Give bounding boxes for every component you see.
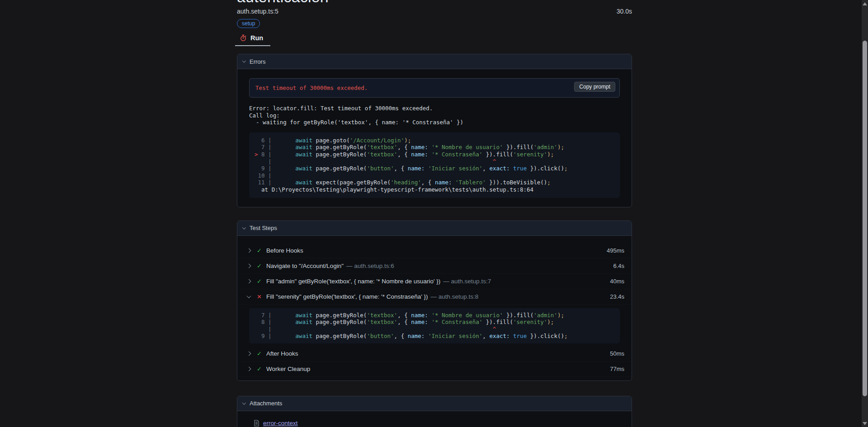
chevron-right-icon <box>247 279 251 283</box>
step-duration: 50ms <box>610 350 624 357</box>
test-step-row[interactable]: ✓Navigate to "/Account/Login"— auth.setu… <box>237 258 632 274</box>
test-steps-section-header[interactable]: Test Steps <box>237 221 632 236</box>
chevron-down-icon <box>242 225 246 229</box>
chevron-right-icon <box>247 263 251 268</box>
error-message: Test timeout of 30000ms exceeded. <box>250 84 368 91</box>
project-badge[interactable]: setup <box>237 19 260 28</box>
stopwatch-icon <box>240 34 247 42</box>
test-duration: 30.0s <box>617 8 632 15</box>
attachment-link-error-context[interactable]: error-context <box>263 420 298 427</box>
chevron-right-icon <box>247 351 251 356</box>
check-icon: ✓ <box>256 247 263 254</box>
test-file-location: auth.setup.ts:5 <box>237 8 278 15</box>
step-label: Worker Cleanup <box>266 366 310 372</box>
attachments-list: error-context <box>237 411 632 427</box>
errors-section: Errors Test timeout of 30000ms exceeded.… <box>237 54 632 207</box>
test-steps-list: ✓Before Hooks495ms✓Navigate to "/Account… <box>237 236 632 380</box>
report-page: autenticación auth.setup.ts:5 30.0s setu… <box>0 0 868 427</box>
errors-section-header[interactable]: Errors <box>237 54 632 69</box>
scrollbar-down-arrow-icon[interactable] <box>863 422 867 425</box>
tab-run[interactable]: Run <box>235 33 270 46</box>
check-icon: ✓ <box>256 350 263 357</box>
step-duration: 77ms <box>610 366 624 372</box>
step-duration: 23.4s <box>610 293 624 300</box>
step-label: After Hooks <box>266 350 298 357</box>
error-call-log: Error: locator.fill: Test timeout of 300… <box>249 105 620 126</box>
check-icon: ✓ <box>256 263 263 269</box>
test-step-row[interactable]: ✓After Hooks50ms <box>237 346 632 361</box>
chevron-right-icon <box>247 248 251 253</box>
tab-bar: Run <box>237 33 632 46</box>
attachment-row: error-context <box>237 418 632 427</box>
test-step-row[interactable]: ✓Fill "admin" getByRole('textbox', { nam… <box>237 274 632 289</box>
attachments-section-title: Attachments <box>250 400 282 407</box>
test-report-content: autenticación auth.setup.ts:5 30.0s setu… <box>237 0 632 427</box>
errors-section-body: Test timeout of 30000ms exceeded. Copy p… <box>237 69 632 207</box>
error-code-snippet: 6 | await page.goto('/Account/Login'); 7… <box>249 132 620 198</box>
step-location: — auth.setup.ts:8 <box>431 293 479 300</box>
cross-icon: × <box>256 294 263 300</box>
attachments-section-header[interactable]: Attachments <box>237 396 632 411</box>
test-meta-row: auth.setup.ts:5 30.0s <box>237 8 632 15</box>
step-duration: 6.4s <box>613 263 624 269</box>
document-icon <box>254 420 259 427</box>
tab-run-label: Run <box>250 34 263 42</box>
chevron-down-icon <box>247 294 251 298</box>
test-step-row[interactable]: ✓Worker Cleanup77ms <box>237 361 632 377</box>
scrollbar-up-arrow-icon[interactable] <box>863 2 867 5</box>
test-step-row[interactable]: ✓Before Hooks495ms <box>237 243 632 258</box>
vertical-scrollbar[interactable] <box>862 0 868 427</box>
test-steps-section: Test Steps ✓Before Hooks495ms✓Navigate t… <box>237 221 632 381</box>
step-duration: 40ms <box>610 278 624 285</box>
step-code-snippet: 7 | await page.getByRole('textbox', { na… <box>249 308 620 343</box>
chevron-right-icon <box>247 366 251 371</box>
check-icon: ✓ <box>256 366 263 372</box>
step-location: — auth.setup.ts:7 <box>443 278 491 285</box>
step-location: — auth.setup.ts:6 <box>346 263 394 269</box>
step-duration: 495ms <box>607 247 624 254</box>
test-step-row[interactable]: ×Fill "serenity" getByRole('textbox', { … <box>237 289 632 305</box>
step-label: Before Hooks <box>266 247 303 254</box>
chevron-down-icon <box>242 401 246 404</box>
errors-section-title: Errors <box>250 58 265 65</box>
copy-prompt-button[interactable]: Copy prompt <box>574 82 615 92</box>
chevron-down-icon <box>242 59 246 62</box>
error-message-panel: Test timeout of 30000ms exceeded. Copy p… <box>249 78 620 98</box>
scrollbar-thumb[interactable] <box>863 41 867 396</box>
step-label: Fill "admin" getByRole('textbox', { name… <box>266 278 440 285</box>
page-title: autenticación <box>237 0 632 5</box>
test-steps-section-title: Test Steps <box>250 225 277 231</box>
step-label: Fill "serenity" getByRole('textbox', { n… <box>266 293 428 300</box>
check-icon: ✓ <box>256 278 263 285</box>
attachments-section: Attachments error-context <box>237 396 632 427</box>
step-label: Navigate to "/Account/Login" <box>266 263 344 269</box>
